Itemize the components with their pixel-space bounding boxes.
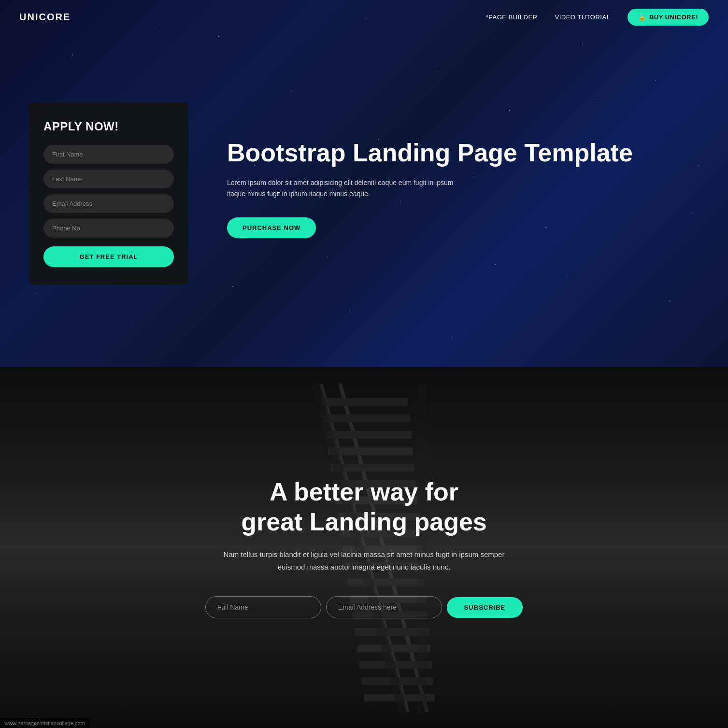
section2-email-input[interactable] — [326, 596, 442, 618]
section2: A better way for great Landing pages Nam… — [0, 367, 728, 728]
section2-name-input[interactable] — [205, 596, 321, 618]
get-free-trial-button[interactable]: GET FREE TRIAL — [43, 246, 174, 267]
email-input[interactable] — [43, 194, 174, 213]
svg-rect-4 — [326, 431, 412, 439]
nav-link-video-tutorial[interactable]: VIDEO TUTORIAL — [555, 14, 611, 21]
section2-description: Nam tellus turpis blandit et ligula vel … — [219, 548, 509, 573]
phone-input[interactable] — [43, 219, 174, 238]
svg-rect-6 — [330, 464, 414, 471]
svg-rect-20 — [364, 694, 435, 701]
lock-icon: 🔒 — [638, 14, 646, 21]
purchase-now-button[interactable]: PURCHASE NOW — [227, 217, 316, 238]
section2-content: A better way for great Landing pages Nam… — [186, 477, 542, 619]
svg-rect-17 — [357, 644, 430, 652]
status-url: www.heritagechristiancollege.com — [5, 720, 85, 726]
navigation: UNICORE *PAGE BUILDER VIDEO TUTORIAL 🔒 B… — [0, 0, 728, 34]
last-name-input[interactable] — [43, 170, 174, 188]
nav-links: *PAGE BUILDER VIDEO TUTORIAL 🔒 BUY UNICO… — [486, 9, 709, 26]
first-name-input[interactable] — [43, 145, 174, 164]
hero-text: Bootstrap Landing Page Template Lorem ip… — [227, 129, 699, 238]
hero-content: APPLY NOW! GET FREE TRIAL Bootstrap Land… — [0, 83, 728, 285]
svg-rect-3 — [323, 414, 410, 422]
hero-heading: Bootstrap Landing Page Template — [227, 139, 699, 168]
nav-link-page-builder[interactable]: *PAGE BUILDER — [486, 14, 538, 21]
hero-description: Lorem ipsum dolor sit amet adipisicing e… — [227, 177, 469, 200]
status-bar: www.heritagechristiancollege.com — [0, 718, 90, 728]
section2-heading: A better way for great Landing pages — [205, 477, 523, 537]
form-title: APPLY NOW! — [43, 120, 174, 133]
nav-logo: UNICORE — [19, 12, 71, 23]
svg-rect-5 — [328, 447, 413, 455]
svg-rect-16 — [355, 628, 429, 636]
apply-form-card: APPLY NOW! GET FREE TRIAL — [29, 102, 188, 285]
svg-rect-2 — [321, 398, 408, 406]
subscribe-button[interactable]: SUBSCRIBE — [447, 597, 523, 618]
buy-unicore-button[interactable]: 🔒 BUY UNICORE! — [628, 9, 709, 26]
svg-rect-18 — [359, 661, 432, 669]
hero-section: APPLY NOW! GET FREE TRIAL Bootstrap Land… — [0, 0, 728, 367]
section2-form: SUBSCRIBE — [205, 596, 523, 618]
svg-rect-19 — [362, 677, 433, 685]
